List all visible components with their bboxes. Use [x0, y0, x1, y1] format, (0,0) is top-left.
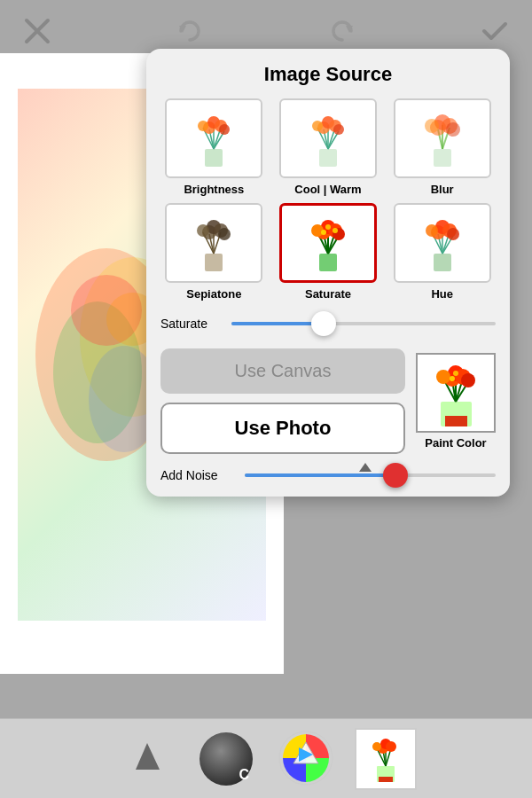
hue-thumb[interactable]: [394, 203, 491, 283]
noise-slider-section: Add Noise: [160, 468, 496, 482]
cool-warm-thumb[interactable]: [279, 98, 377, 178]
svg-point-93: [461, 373, 475, 387]
action-buttons: Use Canvas Use Photo: [160, 348, 405, 454]
blur-thumb[interactable]: [394, 98, 491, 178]
svg-point-32: [312, 121, 323, 131]
saturate-slider-thumb[interactable]: [311, 311, 336, 336]
noise-slider-track[interactable]: [245, 473, 496, 477]
saturate-slider-track[interactable]: [231, 322, 496, 325]
confirm-button[interactable]: [475, 12, 514, 51]
saturate-slider-row: Saturate: [160, 313, 496, 334]
brightness-thumb[interactable]: [165, 98, 262, 178]
svg-point-43: [446, 122, 460, 137]
svg-rect-96: [445, 416, 467, 426]
image-tool[interactable]: [355, 728, 417, 790]
saturate-label: Saturate: [305, 287, 351, 301]
svg-point-81: [447, 228, 459, 240]
svg-rect-35: [434, 149, 451, 167]
svg-point-54: [218, 228, 231, 240]
brush-tool[interactable]: [115, 728, 177, 790]
svg-point-33: [333, 124, 344, 135]
filter-hue[interactable]: Hue: [388, 203, 496, 301]
undo-button[interactable]: [170, 12, 209, 51]
svg-marker-98: [136, 743, 160, 770]
image-source-modal: Image Source: [146, 49, 510, 497]
svg-rect-113: [379, 777, 393, 782]
svg-rect-23: [319, 149, 337, 167]
cancel-button[interactable]: [18, 12, 57, 51]
cool-warm-label: Cool | Warm: [294, 183, 361, 196]
bottom-toolbar: C: [0, 718, 532, 798]
svg-point-68: [325, 224, 331, 230]
filter-blur[interactable]: Blur: [388, 98, 496, 196]
redo-button[interactable]: [323, 12, 362, 51]
svg-rect-56: [319, 254, 337, 271]
blur-label: Blur: [431, 183, 454, 196]
svg-point-92: [436, 370, 450, 384]
svg-point-67: [321, 230, 326, 235]
filter-brightness[interactable]: Brightness: [160, 98, 268, 196]
svg-rect-71: [434, 254, 451, 271]
svg-marker-97: [359, 463, 372, 472]
noise-slider-thumb[interactable]: [383, 463, 408, 488]
noise-label: Add Noise: [160, 468, 236, 482]
paint-color-label: Paint Color: [425, 436, 486, 450]
use-photo-button[interactable]: Use Photo: [160, 403, 405, 454]
svg-point-42: [425, 119, 439, 133]
modal-title: Image Source: [160, 63, 496, 86]
svg-rect-45: [205, 254, 223, 271]
brightness-label: Brightness: [184, 183, 244, 196]
svg-point-95: [453, 371, 458, 376]
svg-point-112: [372, 742, 381, 751]
hue-label: Hue: [431, 287, 453, 301]
noise-triangle-icon: [359, 463, 372, 472]
svg-point-111: [386, 741, 396, 752]
saturate-slider-label: Saturate: [160, 317, 223, 331]
filter-cool-warm[interactable]: Cool | Warm: [275, 98, 382, 196]
sepiatone-label: Sepiatone: [186, 287, 241, 301]
svg-point-21: [219, 124, 230, 135]
buttons-row: Use Canvas Use Photo: [160, 348, 496, 454]
use-canvas-button[interactable]: Use Canvas: [160, 348, 405, 394]
color-picker-tool[interactable]: C: [195, 728, 257, 790]
paint-color-thumb[interactable]: [416, 353, 496, 433]
saturate-slider-section: Saturate: [160, 313, 496, 334]
filter-grid: Brightness Coo: [160, 98, 496, 301]
sepiatone-thumb[interactable]: [165, 203, 262, 283]
paint-color-box: Paint Color: [416, 353, 496, 450]
filter-sepiatone[interactable]: Sepiatone: [160, 203, 268, 301]
svg-point-69: [332, 228, 338, 233]
filter-saturate[interactable]: Saturate: [275, 203, 382, 301]
svg-point-20: [198, 121, 208, 131]
svg-point-94: [450, 376, 455, 381]
palette-tool[interactable]: [275, 728, 337, 790]
svg-rect-11: [205, 149, 223, 167]
svg-point-80: [426, 224, 438, 237]
saturate-thumb[interactable]: [279, 203, 377, 283]
svg-point-53: [197, 224, 209, 237]
